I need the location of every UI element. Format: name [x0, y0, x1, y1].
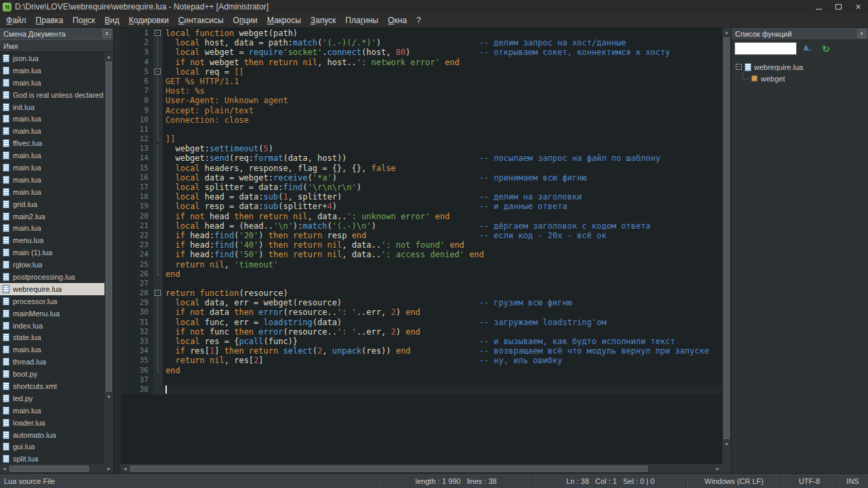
code-line[interactable]: 32 if not func then error(resource..': '… — [121, 327, 722, 337]
code-line[interactable]: 36end — [121, 366, 722, 375]
code-text[interactable]: local data = webget:receive('*a')-- прин… — [163, 173, 722, 183]
code-line[interactable]: 10Connection: close — [121, 115, 722, 125]
code-text[interactable]: webget:settimeout(5) — [163, 144, 722, 153]
sort-az-icon[interactable]: A↓ — [800, 42, 815, 56]
hscroll-thumb[interactable] — [130, 466, 648, 472]
menu-item[interactable]: Вид — [100, 14, 124, 27]
file-list-vscrollbar[interactable]: ▲ ▼ — [104, 52, 113, 464]
scroll-down-icon[interactable]: ▼ — [722, 440, 731, 449]
code-text[interactable]: local head = (head..'\n'):match('(.-)\n'… — [163, 221, 722, 231]
code-line[interactable]: 18 local head = data:sub(1, splitter)-- … — [121, 192, 722, 202]
code-text[interactable]: if not webget then return nil, host..': … — [163, 58, 722, 67]
vscroll-thumb[interactable] — [106, 62, 112, 392]
file-row[interactable]: main.lua — [0, 77, 104, 89]
menu-item[interactable]: Окна — [383, 14, 412, 27]
scroll-down-icon[interactable]: ▼ — [104, 392, 113, 401]
file-row[interactable]: boot.py — [0, 368, 104, 380]
file-row[interactable]: menu.lua — [0, 234, 104, 246]
scroll-right-icon[interactable]: ► — [104, 466, 113, 471]
code-text[interactable]: end — [163, 269, 722, 279]
status-insert-mode[interactable]: INS — [837, 474, 868, 488]
status-eol-format[interactable]: Windows (CR LF) — [686, 474, 781, 488]
file-row[interactable]: main.lua — [0, 149, 104, 162]
code-line[interactable]: 14 webget:send(req:format(data, host))--… — [121, 153, 722, 163]
code-text[interactable]: local res = {pcall(func)}-- и вызываем, … — [163, 337, 722, 346]
file-row[interactable]: main.lua — [0, 125, 104, 137]
file-row[interactable]: state.lua — [0, 331, 104, 343]
code-line[interactable]: 33 local res = {pcall(func)}-- и вызывае… — [121, 337, 722, 346]
code-text[interactable]: end — [163, 366, 722, 375]
code-line[interactable]: 7Host: %s — [121, 86, 722, 96]
menu-item[interactable]: ? — [412, 14, 426, 27]
file-row[interactable]: main (1).lua — [0, 246, 104, 259]
minimize-button[interactable] — [809, 0, 829, 14]
fold-toggle-icon[interactable]: - — [155, 290, 161, 296]
code-line[interactable]: 16 local data = webget:receive('*a')-- п… — [121, 173, 722, 183]
code-line[interactable]: 27 — [121, 279, 722, 288]
code-line[interactable]: 21 local head = (head..'\n'):match('(.-)… — [121, 221, 722, 231]
name-column-header[interactable]: Имя — [0, 39, 113, 52]
menu-item[interactable]: Кодировки — [124, 14, 174, 27]
file-row[interactable]: led.py — [0, 392, 104, 405]
code-text[interactable]: return function(resource) — [163, 288, 722, 298]
editor-hscrollbar[interactable]: ◄ ► — [121, 464, 722, 473]
file-row[interactable]: index.lua — [0, 320, 104, 332]
code-text[interactable]: local data, err = webget(resource)-- гру… — [163, 298, 722, 307]
code-text[interactable]: if not func then error(resource..': '..e… — [163, 327, 722, 337]
panel-splitter[interactable] — [114, 28, 121, 473]
scroll-up-icon[interactable]: ▲ — [722, 28, 731, 37]
file-row[interactable]: shortcuts.xml — [0, 380, 104, 392]
menu-item[interactable]: Макросы — [262, 14, 306, 27]
file-row[interactable]: split.lua — [0, 453, 104, 464]
code-text[interactable]: return nil, res[2]-- ну, иль ошибку — [163, 356, 722, 365]
code-lines[interactable]: 1-local function webget(path)2 local hos… — [121, 28, 722, 394]
code-text[interactable]: ]] — [163, 134, 722, 144]
code-line[interactable]: 17 local splitter = data:find('\r\n\r\n'… — [121, 183, 722, 192]
code-line[interactable]: 2 local host, data = path:match('(.-)(/.… — [121, 38, 722, 48]
code-text[interactable]: local req = [[ — [163, 67, 722, 77]
file-row[interactable]: postprocessing.lua — [0, 271, 104, 283]
code-line[interactable]: 19 local resp = data:sub(splitter+4)-- и… — [121, 202, 722, 211]
code-line[interactable]: 15 local headers, response, flag = {}, {… — [121, 164, 722, 173]
code-line[interactable]: 35 return nil, res[2]-- ну, иль ошибку — [121, 356, 722, 365]
fold-toggle-icon[interactable]: - — [155, 69, 161, 75]
menu-item[interactable]: Запуск — [306, 14, 341, 27]
code-text[interactable] — [163, 279, 722, 288]
code-scroll[interactable]: 1-local function webget(path)2 local hos… — [121, 28, 722, 464]
file-row[interactable]: God is real unless declared as — [0, 89, 104, 101]
editor-vscrollbar[interactable]: ▲ ▼ — [722, 28, 731, 464]
function-tree-item[interactable]: webget — [732, 73, 868, 84]
scroll-up-icon[interactable]: ▲ — [104, 52, 113, 61]
code-line[interactable]: 25 return nil, 'timeout' — [121, 260, 722, 269]
file-row[interactable]: webrequire.lua — [0, 283, 104, 295]
file-row[interactable]: main2.lua — [0, 210, 104, 223]
collapse-icon[interactable]: − — [736, 64, 742, 70]
menu-item[interactable]: Файл — [1, 14, 31, 27]
code-line[interactable]: 11 — [121, 125, 722, 134]
file-row[interactable]: main.lua — [0, 64, 104, 77]
code-text[interactable]: local headers, response, flag = {}, {}, … — [163, 164, 722, 173]
status-encoding[interactable]: UTF-8 — [781, 474, 837, 488]
code-text[interactable]: GET %s HTTP/1.1 — [163, 77, 722, 86]
code-line[interactable]: 22 if head:find('20') then return resp e… — [121, 231, 722, 240]
hscroll-thumb[interactable] — [9, 466, 89, 472]
file-row[interactable]: json.lua — [0, 52, 104, 64]
code-line[interactable]: 23 if head:find('40') then return nil, d… — [121, 240, 722, 250]
code-line[interactable]: 5- local req = [[ — [121, 67, 722, 77]
file-row[interactable]: main.lua — [0, 174, 104, 186]
close-button[interactable]: × — [848, 0, 868, 14]
maximize-button[interactable] — [829, 0, 848, 14]
code-line[interactable]: 20 if not head then return nil, data..':… — [121, 212, 722, 221]
fold-toggle-icon[interactable]: - — [155, 30, 161, 36]
file-row[interactable]: loader.lua — [0, 417, 104, 429]
file-row[interactable]: rglow.lua — [0, 259, 104, 271]
file-row[interactable]: automato.lua — [0, 429, 104, 441]
file-row[interactable]: processor.lua — [0, 295, 104, 307]
function-tree-file[interactable]: −webrequire.lua — [732, 61, 868, 73]
file-row[interactable]: gui.lua — [0, 441, 104, 453]
code-line[interactable]: 26end — [121, 269, 722, 279]
scroll-right-icon[interactable]: ► — [713, 466, 722, 471]
code-line[interactable]: 31 local func, err = loadstring(data)-- … — [121, 318, 722, 327]
code-line[interactable]: 34 if res[1] then return select(2, unpac… — [121, 346, 722, 356]
doc-switcher-close-button[interactable]: x — [102, 29, 111, 38]
